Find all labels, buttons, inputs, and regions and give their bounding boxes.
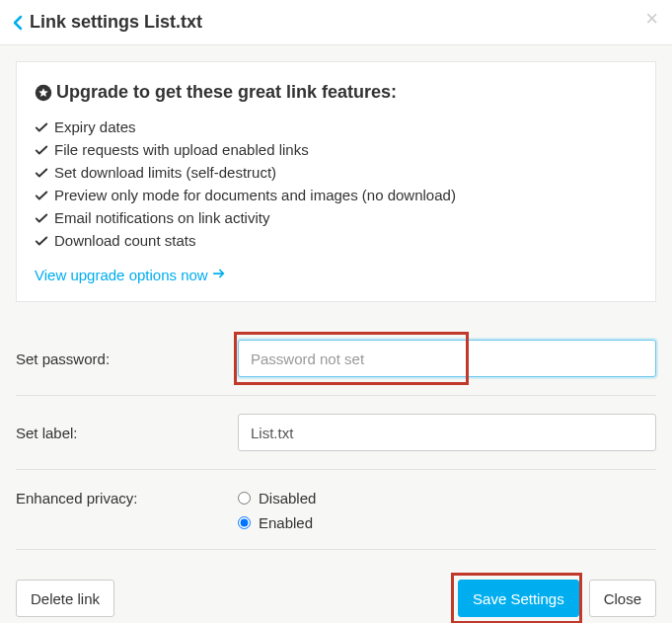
feature-item: Expiry dates: [35, 118, 637, 135]
privacy-option-enabled[interactable]: Enabled: [238, 514, 656, 531]
feature-item: Preview only mode for documents and imag…: [35, 187, 637, 203]
check-icon: [35, 166, 48, 180]
upgrade-heading: Upgrade to get these great link features…: [35, 82, 637, 103]
password-row: Set password:: [16, 322, 656, 396]
save-settings-button[interactable]: Save Settings: [458, 580, 579, 617]
label-input[interactable]: [238, 414, 656, 451]
modal-body: Upgrade to get these great link features…: [0, 45, 672, 623]
modal-header: Link settings List.txt ×: [0, 0, 672, 45]
delete-link-button[interactable]: Delete link: [16, 580, 114, 617]
feature-text: Email notifications on link activity: [54, 209, 269, 226]
close-button[interactable]: Close: [589, 580, 656, 617]
back-icon[interactable]: [12, 15, 24, 31]
upgrade-heading-text: Upgrade to get these great link features…: [56, 82, 397, 103]
footer-row: Delete link Save Settings Close: [16, 550, 656, 617]
radio-disabled[interactable]: [238, 492, 251, 505]
privacy-option-disabled[interactable]: Disabled: [238, 490, 656, 506]
radio-enabled[interactable]: [238, 516, 251, 529]
upgrade-link-text: View upgrade options now: [35, 267, 208, 283]
feature-text: Download count stats: [54, 232, 195, 249]
label-label: Set label:: [16, 425, 238, 441]
upgrade-link[interactable]: View upgrade options now: [35, 267, 226, 283]
radio-label: Disabled: [259, 490, 316, 506]
arrow-right-icon: [212, 267, 226, 283]
password-input[interactable]: [238, 340, 656, 377]
privacy-label: Enhanced privacy:: [16, 488, 238, 506]
check-icon: [35, 143, 48, 157]
feature-text: File requests with upload enabled links: [54, 141, 309, 158]
close-icon[interactable]: ×: [645, 8, 658, 30]
check-icon: [35, 120, 48, 134]
feature-text: Set download limits (self-destruct): [54, 164, 276, 181]
privacy-row: Enhanced privacy: Disabled Enabled: [16, 470, 656, 550]
feature-text: Expiry dates: [54, 118, 136, 135]
check-icon: [35, 234, 48, 248]
modal-title: Link settings List.txt: [30, 12, 202, 33]
feature-item: Download count stats: [35, 232, 637, 249]
privacy-radio-group: Disabled Enabled: [238, 488, 656, 531]
check-icon: [35, 211, 48, 225]
label-row: Set label:: [16, 396, 656, 470]
star-icon: [35, 84, 52, 102]
radio-label: Enabled: [259, 514, 313, 531]
feature-item: Email notifications on link activity: [35, 209, 637, 226]
upgrade-panel: Upgrade to get these great link features…: [16, 61, 656, 302]
feature-item: Set download limits (self-destruct): [35, 164, 637, 181]
feature-item: File requests with upload enabled links: [35, 141, 637, 158]
check-icon: [35, 189, 48, 202]
feature-text: Preview only mode for documents and imag…: [54, 187, 456, 203]
feature-list: Expiry dates File requests with upload e…: [35, 118, 637, 249]
password-label: Set password:: [16, 350, 238, 367]
